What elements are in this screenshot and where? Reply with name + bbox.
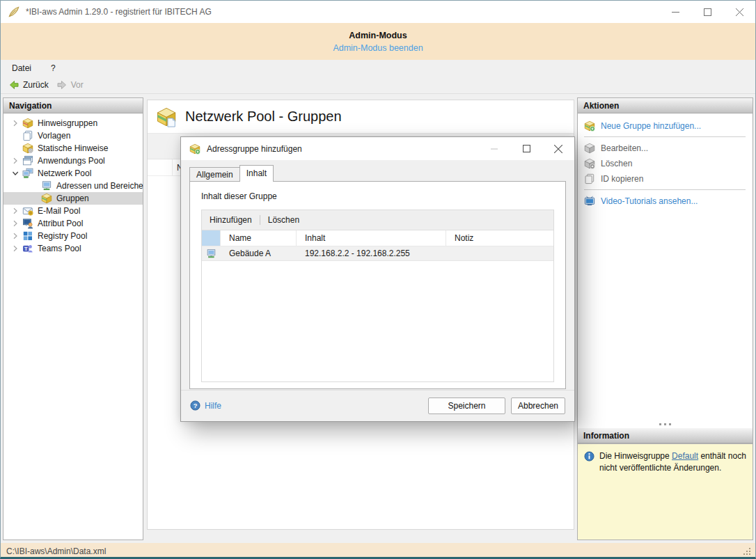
icon-column-header	[202, 230, 221, 246]
actions-separator	[584, 136, 746, 137]
info-icon	[584, 451, 594, 462]
chevron-right-icon[interactable]	[10, 155, 21, 166]
add-address-group-dialog: Adressgruppe hinzufügen Allgemein Inhalt…	[180, 136, 575, 422]
expander-spacer	[10, 143, 21, 154]
icon-column-header	[148, 159, 173, 175]
tab-panel-inhalt: Inhalt dieser Gruppe Hinzufügen Löschen …	[189, 181, 566, 389]
notiz-column-header[interactable]: Notiz	[446, 230, 553, 246]
resize-grip-icon[interactable]	[743, 547, 751, 556]
chevron-right-icon[interactable]	[10, 243, 21, 254]
email-pool-icon	[22, 205, 33, 216]
nav-item-label: Teams Pool	[38, 244, 81, 253]
action-label: Bearbeiten...	[601, 143, 648, 153]
menu-datei[interactable]: Datei	[10, 62, 33, 74]
nav-item-label: Registry Pool	[38, 231, 87, 241]
nav-item-label: Adressen und Bereiche	[56, 181, 143, 191]
dialog-table-header: Name Inhalt Notiz	[202, 230, 553, 246]
nav-item-netzwerk-pool[interactable]: Netzwerk Pool	[3, 167, 143, 180]
forward-arrow-icon	[56, 79, 68, 90]
dialog-table-empty-area	[202, 261, 553, 381]
network-pool-groups-icon	[157, 107, 178, 127]
add-entry-button[interactable]: Hinzufügen	[208, 214, 253, 226]
admin-mode-exit-link[interactable]: Admin-Modus beenden	[333, 43, 423, 53]
nav-item-gruppen[interactable]: Gruppen	[3, 192, 143, 205]
delete-entry-button[interactable]: Löschen	[267, 214, 301, 226]
name-column-header[interactable]: Name	[221, 230, 297, 246]
svg-text:?: ?	[194, 402, 198, 409]
dialog-titlebar: Adressgruppe hinzufügen	[181, 137, 574, 160]
chevron-right-icon[interactable]	[10, 230, 21, 242]
default-group-link[interactable]: Default	[672, 451, 698, 461]
action-neue-gruppe-hinzufugen[interactable]: Neue Gruppe hinzufügen...	[578, 118, 753, 134]
cancel-button[interactable]: Abbrechen	[511, 397, 565, 414]
dialog-footer: ? Hilfe Speichern Abbrechen	[181, 390, 574, 420]
chevron-right-icon[interactable]	[10, 218, 21, 229]
row-name: Gebäude A	[221, 249, 297, 258]
nav-item-e-mail-pool[interactable]: E-Mail Pool	[3, 205, 143, 217]
maximize-button[interactable]	[691, 1, 723, 23]
inhalt-column-header[interactable]: Inhalt	[297, 230, 446, 246]
nav-item-hinweisgruppen[interactable]: Hinweisgruppen	[3, 117, 143, 129]
nav-item-registry-pool[interactable]: Registry Pool	[3, 230, 143, 242]
actions-list: Neue Gruppe hinzufügen...Bearbeiten...Lö…	[578, 113, 753, 420]
forward-label: Vor	[71, 80, 84, 90]
nav-item-label: E-Mail Pool	[38, 206, 80, 216]
action-id-kopieren: ID kopieren	[578, 171, 753, 187]
table-row[interactable]: Gebäude A192.168.2.2 - 192.168.2.255	[202, 246, 553, 261]
application-pool-icon	[22, 155, 33, 166]
titlebar: *IBI-aws Admin 1.29.0 - registriert für …	[1, 1, 755, 23]
minimize-button[interactable]	[659, 1, 691, 23]
page-title: Netzwerk Pool - Gruppen	[185, 109, 342, 125]
menubar: Datei ?	[1, 60, 755, 76]
copy-id-icon	[584, 173, 595, 184]
templates-icon	[22, 130, 33, 141]
dialog-close-button[interactable]	[542, 137, 574, 160]
dialog-table-toolbar: Hinzufügen Löschen	[202, 210, 553, 230]
information-text: Die Hinweisgruppe Default enthält noch n…	[599, 450, 747, 540]
action-label: Löschen	[601, 159, 632, 168]
network-range-icon	[206, 249, 216, 259]
panel-splitter[interactable]	[578, 420, 753, 428]
add-group-dialog-icon	[189, 143, 200, 155]
navigation-header: Navigation	[3, 98, 143, 113]
nav-item-teams-pool[interactable]: TTeams Pool	[3, 242, 143, 255]
right-panel: Aktionen Neue Gruppe hinzufügen...Bearbe…	[577, 97, 753, 540]
dialog-tabs: Allgemein Inhalt	[189, 165, 566, 181]
toolbar-separator	[260, 215, 260, 225]
dialog-minimize-button[interactable]	[478, 137, 510, 160]
save-button[interactable]: Speichern	[428, 397, 505, 414]
help-link[interactable]: ? Hilfe	[190, 400, 221, 411]
dialog-table-rows: Gebäude A192.168.2.2 - 192.168.2.255	[202, 246, 553, 261]
chevron-down-icon[interactable]	[10, 168, 21, 179]
nav-item-vorlagen[interactable]: Vorlagen	[3, 129, 143, 142]
data-file-path: C:\IBI-aws\Admin\Data.xml	[6, 546, 106, 556]
action-label: Neue Gruppe hinzufügen...	[601, 121, 701, 131]
nav-item-statische-hinweise[interactable]: Statische Hinweise	[3, 142, 143, 155]
app-icon	[8, 6, 20, 18]
back-button[interactable]: Zurück	[6, 78, 54, 92]
statusbar: C:\IBI-aws\Admin\Data.xml	[1, 543, 755, 559]
nav-item-label: Gruppen	[56, 194, 89, 203]
forward-button[interactable]: Vor	[54, 78, 88, 92]
action-video-tutorials-ansehen[interactable]: Video-Tutorials ansehen...	[578, 194, 753, 209]
action-loschen: Löschen	[578, 156, 753, 171]
dialog-maximize-button[interactable]	[510, 137, 542, 160]
nav-item-attribut-pool[interactable]: Attribut Pool	[3, 217, 143, 230]
nav-item-anwendungs-pool[interactable]: Anwendungs Pool	[3, 155, 143, 167]
network-pool-icon	[22, 168, 33, 179]
chevron-right-icon[interactable]	[10, 118, 21, 129]
group-content-box: Hinzufügen Löschen Name Inhalt Notiz Geb…	[201, 210, 554, 382]
back-arrow-icon	[8, 79, 19, 90]
tab-inhalt[interactable]: Inhalt	[239, 165, 274, 181]
close-button[interactable]	[723, 1, 755, 23]
nav-item-label: Statische Hinweise	[38, 143, 108, 153]
edit-group-icon	[584, 143, 595, 154]
admin-mode-title: Admin-Modus	[349, 31, 407, 40]
tab-allgemein[interactable]: Allgemein	[189, 167, 240, 181]
nav-item-adressen-und-bereiche[interactable]: Adressen und Bereiche	[3, 180, 143, 192]
nav-toolbar: Zurück Vor	[1, 76, 755, 94]
menu-help[interactable]: ?	[49, 62, 57, 74]
dialog-title: Adressgruppe hinzufügen	[207, 144, 302, 154]
chevron-right-icon[interactable]	[10, 205, 21, 216]
addresses-icon	[41, 180, 52, 191]
